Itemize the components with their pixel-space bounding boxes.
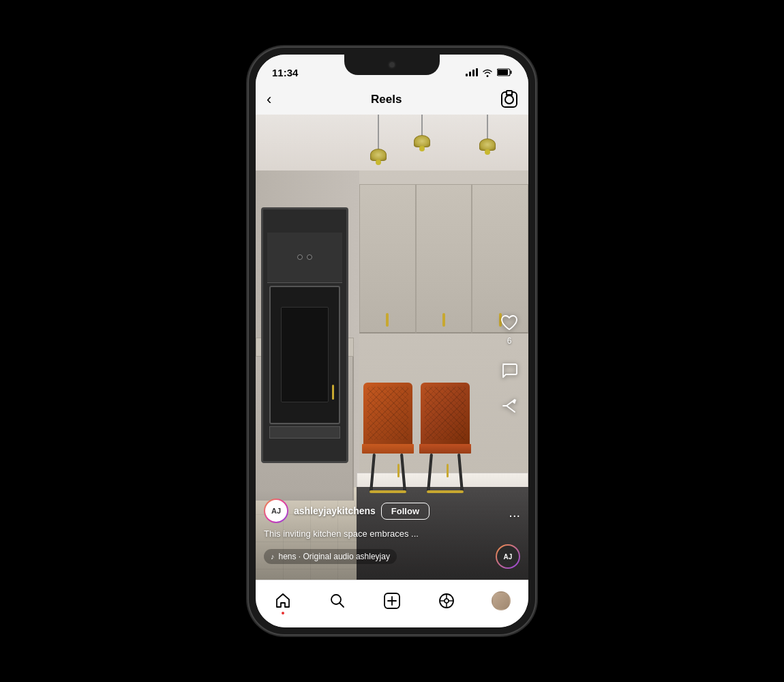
comment-button[interactable] — [498, 359, 520, 381]
nav-bar: ‹ Reels — [256, 85, 528, 115]
reels-icon — [437, 591, 456, 610]
profile-icon — [492, 591, 511, 610]
tab-bar — [256, 580, 528, 627]
audio-row: ♪ hens · Original audio ashleyjay AJ — [264, 544, 520, 569]
status-time: 11:34 — [272, 67, 298, 78]
username[interactable]: ashleyjaykitchens — [294, 505, 376, 516]
like-count: 6 — [507, 336, 512, 346]
wifi-icon — [482, 68, 493, 77]
back-button[interactable]: ‹ — [267, 91, 271, 108]
tab-search[interactable] — [328, 591, 347, 610]
like-button[interactable]: 6 — [498, 312, 520, 346]
more-button[interactable]: ··· — [509, 508, 520, 523]
profile-avatar — [492, 591, 511, 610]
nav-title: Reels — [371, 93, 402, 106]
tab-home-dot — [282, 612, 284, 614]
audio-avatar[interactable]: AJ — [496, 544, 520, 569]
tab-reels[interactable] — [437, 591, 456, 610]
follow-button[interactable]: Follow — [381, 503, 429, 520]
phone-notch — [344, 55, 440, 75]
audio-text: hens · Original audio ashleyjay — [279, 552, 390, 561]
create-icon — [382, 591, 402, 610]
tab-profile[interactable] — [492, 591, 511, 610]
camera-button[interactable] — [501, 91, 517, 108]
home-icon — [273, 591, 292, 610]
tab-create[interactable] — [382, 591, 402, 610]
music-note-icon: ♪ — [271, 552, 275, 561]
comment-icon — [498, 359, 520, 381]
svg-rect-2 — [511, 71, 512, 74]
heart-icon — [498, 312, 520, 333]
svg-rect-1 — [498, 70, 508, 75]
status-icons — [466, 68, 512, 77]
user-row: AJ ashleyjaykitchens Follow ··· — [264, 499, 520, 523]
svg-line-4 — [340, 603, 344, 607]
search-icon — [328, 591, 347, 610]
bottom-overlay: AJ ashleyjaykitchens Follow ··· This inv… — [256, 490, 528, 580]
video-content[interactable]: 6 — [256, 115, 528, 580]
audio-info[interactable]: ♪ hens · Original audio ashleyjay — [264, 549, 397, 564]
share-icon — [498, 395, 520, 417]
share-button[interactable] — [498, 395, 520, 417]
audio-avatar-initials: AJ — [497, 546, 519, 567]
user-avatar[interactable]: AJ — [264, 499, 288, 523]
phone-screen: 11:34 — [256, 55, 528, 627]
notch-camera — [388, 61, 396, 69]
battery-icon — [497, 68, 512, 76]
phone-frame: 11:34 — [249, 48, 535, 634]
tab-home[interactable] — [273, 591, 292, 610]
action-buttons: 6 — [498, 312, 520, 417]
svg-point-8 — [444, 599, 449, 603]
signal-icon — [466, 68, 478, 76]
avatar-initials: AJ — [265, 500, 287, 522]
caption-text: This inviting kitchen space embraces ... — [264, 529, 520, 539]
